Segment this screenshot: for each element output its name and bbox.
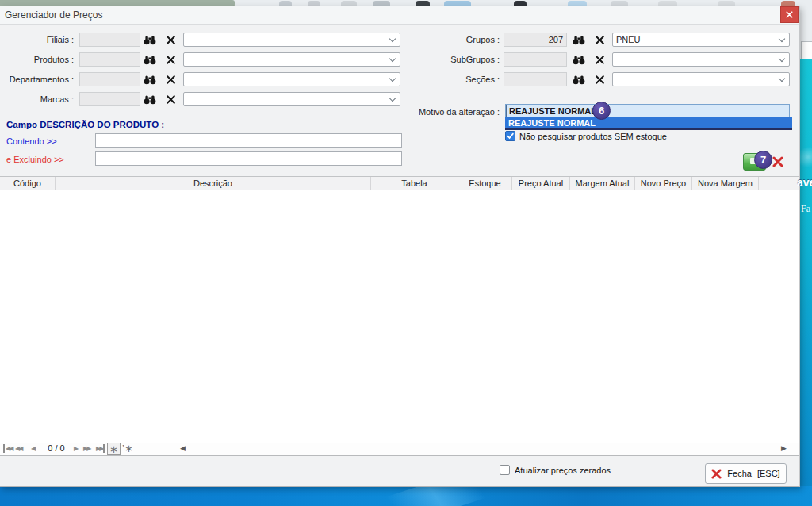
grid-body-empty[interactable] xyxy=(0,190,799,443)
column-header-margem-atual[interactable]: Margem Atual xyxy=(570,177,635,190)
grupos-combo[interactable]: PNEU xyxy=(612,33,790,47)
background-partial-text: ave xyxy=(797,176,812,189)
column-header-filler xyxy=(759,177,799,190)
checkbox-checked-icon xyxy=(505,131,515,141)
close-button-shortcut: [ESC] xyxy=(757,469,780,478)
background-right-strip xyxy=(799,0,812,506)
checkbox-unchecked-icon xyxy=(500,465,510,475)
background-icon xyxy=(279,1,292,6)
background-icon xyxy=(514,1,527,6)
close-dialog-button[interactable]: Fecha [ESC] xyxy=(705,463,787,484)
column-header-codigo[interactable]: Código xyxy=(0,177,56,190)
red-x-icon xyxy=(711,469,722,479)
motivo-dropdown-option[interactable]: REAJUSTE NORMAL xyxy=(505,117,792,128)
filter-row-grupos: Grupos : 207 PNEU xyxy=(0,33,799,48)
nav-fast-back-icon[interactable]: ◀◀ xyxy=(15,444,21,453)
desktop-wallpaper xyxy=(0,486,812,506)
update-zero-prices-label: Atualizar preços zerados xyxy=(515,466,611,475)
grid-header: Código Descrição Tabela Estoque Preço At… xyxy=(0,176,799,190)
no-stock-label: Não pesquisar produtos SEM estoque xyxy=(519,132,667,141)
secoes-combo[interactable] xyxy=(612,72,790,86)
close-button-label: Fecha xyxy=(727,469,752,478)
nav-last-icon[interactable]: ▶▶ xyxy=(96,444,105,453)
background-teal-panel xyxy=(799,59,812,486)
excludes-input[interactable] xyxy=(95,151,402,166)
secoes-label: Seções : xyxy=(381,75,500,84)
column-header-novo-preco[interactable]: Novo Preço xyxy=(635,177,692,190)
chevron-down-icon xyxy=(779,75,785,82)
background-icon xyxy=(308,1,320,6)
background-icon xyxy=(718,1,735,6)
filter-row-subgrupos: SubGrupos : xyxy=(0,52,799,67)
dialog-title: Gerenciador de Preços xyxy=(5,10,102,21)
marcas-label: Marcas : xyxy=(0,94,74,104)
nav-refresh-icon[interactable]: ’∗ xyxy=(122,443,133,454)
annotation-badge-6: 6 xyxy=(592,102,611,120)
background-partial-text: Fa xyxy=(801,203,810,215)
column-header-descricao[interactable]: Descrição xyxy=(56,177,371,190)
background-icon xyxy=(444,1,471,6)
background-toolbar-strip xyxy=(0,0,812,6)
search-icon[interactable] xyxy=(572,53,586,66)
column-header-estoque[interactable]: Estoque xyxy=(458,177,512,190)
marcas-code-input[interactable] xyxy=(79,92,140,106)
close-icon[interactable] xyxy=(780,6,799,23)
clear-icon[interactable] xyxy=(163,93,178,105)
grupos-label: Grupos : xyxy=(381,35,500,44)
background-icon xyxy=(341,1,357,6)
chevron-down-icon xyxy=(779,36,785,42)
motivo-dropdown-list: REAJUSTE NORMAL xyxy=(505,117,792,130)
record-navigator: ◀◀ ◀◀ ◀ 0 / 0 ▶ ▶▶ ▶▶ ∗ ’∗ ◀ ▶ xyxy=(0,443,799,456)
column-header-tabela[interactable]: Tabela xyxy=(371,177,458,190)
description-field-heading: Campo DESCRIÇÃO DO PRODUTO : xyxy=(6,120,164,129)
secoes-code-input[interactable] xyxy=(504,72,567,86)
filter-row-secoes: Seções : xyxy=(0,72,799,87)
cancel-search-icon[interactable] xyxy=(771,155,784,168)
clear-icon[interactable] xyxy=(592,73,607,86)
nav-fast-fwd-icon[interactable]: ▶▶ xyxy=(83,444,90,453)
dialog-titlebar: Gerenciador de Preços xyxy=(0,6,799,25)
search-icon[interactable] xyxy=(572,73,586,86)
chevron-down-icon xyxy=(389,95,396,102)
subgrupos-label: SubGrupos : xyxy=(381,55,500,64)
clear-icon[interactable] xyxy=(592,33,607,46)
background-icon xyxy=(373,1,390,6)
background-icon xyxy=(781,1,795,6)
background-bar xyxy=(0,0,235,6)
hscroll-right-icon[interactable]: ▶ xyxy=(781,444,787,453)
grupos-code-input[interactable]: 207 xyxy=(504,33,567,47)
motivo-label: Motivo da alteração : xyxy=(381,107,500,117)
background-icon xyxy=(658,1,677,6)
subgrupos-combo[interactable] xyxy=(612,52,790,67)
hscroll-left-icon[interactable]: ◀ xyxy=(180,444,186,453)
motivo-combo[interactable]: REAJUSTE NORMAL xyxy=(505,104,790,117)
chevron-down-icon xyxy=(779,56,785,62)
nav-prev-icon[interactable]: ◀ xyxy=(31,444,36,453)
subgrupos-code-input[interactable] xyxy=(504,52,567,67)
record-counter: 0 / 0 xyxy=(43,443,70,453)
background-icon xyxy=(416,1,430,6)
background-icon xyxy=(568,1,587,6)
marcas-combo[interactable] xyxy=(183,92,400,106)
nav-next-icon[interactable]: ▶ xyxy=(74,444,79,453)
column-header-nova-margem[interactable]: Nova Margem xyxy=(692,177,759,190)
annotation-badge-7: 7 xyxy=(754,151,772,169)
nav-first-icon[interactable]: ◀◀ xyxy=(3,444,12,453)
background-icon xyxy=(611,1,628,6)
dialog-footer: Atualizar preços zerados Fecha [ESC] xyxy=(0,456,799,486)
contains-label: Contendo >> xyxy=(6,136,57,146)
search-icon[interactable] xyxy=(143,93,157,105)
excludes-label: e Excluindo >> xyxy=(6,155,64,164)
column-header-preco-atual[interactable]: Preço Atual xyxy=(512,177,570,190)
price-manager-dialog: Gerenciador de Preços Filiais : Produtos… xyxy=(0,6,800,487)
nav-insert-icon[interactable]: ∗ xyxy=(107,443,121,455)
clear-icon[interactable] xyxy=(592,53,607,66)
screen: ave Fa Gerenciador de Preços Filiais : P… xyxy=(0,0,812,506)
search-icon[interactable] xyxy=(572,33,586,46)
motivo-selected-value: REAJUSTE NORMAL xyxy=(509,106,596,116)
contains-input[interactable] xyxy=(95,133,402,148)
